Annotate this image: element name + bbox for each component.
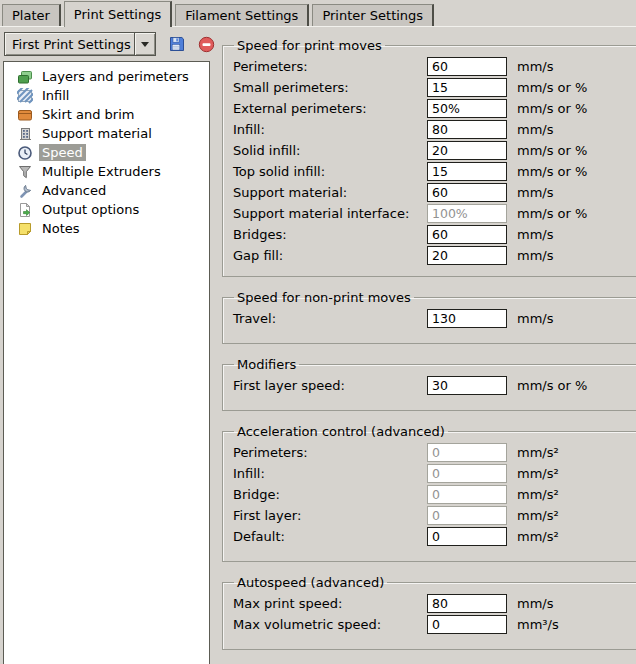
tab-printer-settings[interactable]: Printer Settings xyxy=(312,4,434,26)
support-material-interface-speed-input xyxy=(427,204,507,223)
max-volumetric-speed-input[interactable] xyxy=(427,615,507,634)
setting-row-bridge-accel: Bridge: mm/s² xyxy=(233,484,635,505)
sidebar-item-label: Layers and perimeters xyxy=(39,68,192,85)
external-perimeters-speed-input[interactable] xyxy=(427,99,507,118)
settings-category-tree: Layers and perimeters Infill Skirt and b… xyxy=(3,61,210,664)
infill-speed-input[interactable] xyxy=(427,120,507,139)
gap-fill-speed-input[interactable] xyxy=(427,246,507,265)
sidebar-item-infill[interactable]: Infill xyxy=(4,86,209,105)
unit-label: mm/s² xyxy=(517,445,559,460)
support-material-speed-input[interactable] xyxy=(427,183,507,202)
setting-row-max-volumetric-speed: Max volumetric speed: mm³/s xyxy=(233,614,635,635)
sidebar-item-output-options[interactable]: Output options xyxy=(4,200,209,219)
setting-label: First layer: xyxy=(233,508,427,523)
setting-label: Support material interface: xyxy=(233,206,427,221)
setting-label: Solid infill: xyxy=(233,143,427,158)
setting-label: First layer speed: xyxy=(233,378,427,393)
sidebar-item-notes[interactable]: Notes xyxy=(4,219,209,238)
sidebar-item-label: Infill xyxy=(39,87,73,104)
setting-label: Perimeters: xyxy=(233,445,427,460)
sidebar-item-advanced[interactable]: Advanced xyxy=(4,181,209,200)
unit-label: mm/s xyxy=(517,122,553,137)
travel-speed-input[interactable] xyxy=(427,309,507,328)
group-acceleration-control: Acceleration control (advanced) Perimete… xyxy=(222,424,636,562)
top-solid-infill-speed-input[interactable] xyxy=(427,162,507,181)
sidebar-item-label: Skirt and brim xyxy=(39,106,137,123)
unit-label: mm/s or % xyxy=(517,378,587,393)
solid-infill-speed-input[interactable] xyxy=(427,141,507,160)
unit-label: mm³/s xyxy=(517,617,559,632)
bridge-acceleration-input xyxy=(427,485,507,504)
setting-row-support-material-interface: Support material interface: mm/s or % xyxy=(233,203,635,224)
perimeters-speed-input[interactable] xyxy=(427,57,507,76)
box-icon xyxy=(17,107,33,123)
setting-row-infill: Infill: mm/s xyxy=(233,119,635,140)
group-title: Speed for print moves xyxy=(234,38,385,53)
setting-label: Bridge: xyxy=(233,487,427,502)
unit-label: mm/s or % xyxy=(517,101,587,116)
setting-label: Max print speed: xyxy=(233,596,427,611)
setting-label: Support material: xyxy=(233,185,427,200)
tab-plater[interactable]: Plater xyxy=(2,4,61,26)
sidebar-item-label: Speed xyxy=(39,144,86,161)
preset-select-dropdown-button[interactable] xyxy=(134,33,155,55)
group-title: Acceleration control (advanced) xyxy=(234,424,448,439)
sidebar-item-speed[interactable]: Speed xyxy=(4,143,209,162)
setting-label: Gap fill: xyxy=(233,248,427,263)
funnel-icon xyxy=(17,164,33,180)
setting-row-max-print-speed: Max print speed: mm/s xyxy=(233,593,635,614)
sidebar-item-layers-and-perimeters[interactable]: Layers and perimeters xyxy=(4,67,209,86)
wrench-icon xyxy=(17,183,33,199)
tab-print-settings[interactable]: Print Settings xyxy=(64,1,172,27)
infill-icon xyxy=(17,88,33,104)
sidebar-item-support-material[interactable]: Support material xyxy=(4,124,209,143)
setting-row-travel: Travel: mm/s xyxy=(233,308,635,329)
group-title: Modifiers xyxy=(234,357,299,372)
preset-select[interactable]: First Print Settings xyxy=(4,32,156,56)
setting-row-support-material: Support material: mm/s xyxy=(233,182,635,203)
floppy-disk-icon xyxy=(168,35,186,53)
unit-label: mm/s xyxy=(517,227,553,242)
default-acceleration-input[interactable] xyxy=(427,527,507,546)
unit-label: mm/s xyxy=(517,248,553,263)
max-print-speed-input[interactable] xyxy=(427,594,507,613)
perimeters-acceleration-input xyxy=(427,443,507,462)
group-title: Autospeed (advanced) xyxy=(234,575,387,590)
infill-acceleration-input xyxy=(427,464,507,483)
setting-label: Infill: xyxy=(233,122,427,137)
unit-label: mm/s or % xyxy=(517,164,587,179)
unit-label: mm/s xyxy=(517,59,553,74)
setting-row-top-solid-infill: Top solid infill: mm/s or % xyxy=(233,161,635,182)
setting-label: Bridges: xyxy=(233,227,427,242)
setting-row-first-layer-accel: First layer: mm/s² xyxy=(233,505,635,526)
setting-label: Top solid infill: xyxy=(233,164,427,179)
chevron-down-icon xyxy=(141,42,149,47)
group-title: Speed for non-print moves xyxy=(234,290,414,305)
first-layer-speed-input[interactable] xyxy=(427,376,507,395)
tab-filament-settings[interactable]: Filament Settings xyxy=(175,4,309,26)
group-speed-for-non-print-moves: Speed for non-print moves Travel: mm/s xyxy=(222,290,636,344)
clock-icon xyxy=(17,145,33,161)
group-modifiers: Modifiers First layer speed: mm/s or % xyxy=(222,357,636,411)
unit-label: mm/s or % xyxy=(517,206,587,221)
setting-label: Infill: xyxy=(233,466,427,481)
bridges-speed-input[interactable] xyxy=(427,225,507,244)
setting-row-default-accel: Default: mm/s² xyxy=(233,526,635,547)
group-speed-for-print-moves: Speed for print moves Perimeters: mm/s S… xyxy=(222,38,636,277)
first-layer-acceleration-input xyxy=(427,506,507,525)
unit-label: mm/s xyxy=(517,185,553,200)
setting-row-perimeters: Perimeters: mm/s xyxy=(233,56,635,77)
setting-row-external-perimeters: External perimeters: mm/s or % xyxy=(233,98,635,119)
unit-label: mm/s² xyxy=(517,487,559,502)
setting-row-perimeters-accel: Perimeters: mm/s² xyxy=(233,442,635,463)
unit-label: mm/s² xyxy=(517,529,559,544)
setting-row-infill-accel: Infill: mm/s² xyxy=(233,463,635,484)
small-perimeters-speed-input[interactable] xyxy=(427,78,507,97)
unit-label: mm/s xyxy=(517,596,553,611)
unit-label: mm/s xyxy=(517,311,553,326)
setting-label: Small perimeters: xyxy=(233,80,427,95)
sidebar-item-skirt-and-brim[interactable]: Skirt and brim xyxy=(4,105,209,124)
save-preset-button[interactable] xyxy=(168,35,186,53)
sidebar-item-multiple-extruders[interactable]: Multiple Extruders xyxy=(4,162,209,181)
group-autospeed: Autospeed (advanced) Max print speed: mm… xyxy=(222,575,636,650)
